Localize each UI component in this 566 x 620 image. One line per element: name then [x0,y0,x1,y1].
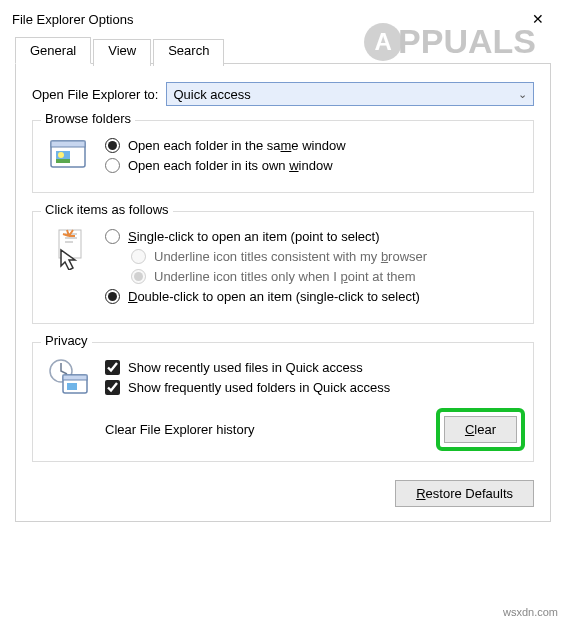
tab-general-label: General [30,43,76,58]
radio-double-click-input[interactable] [105,289,120,304]
tab-search-label: Search [168,43,209,58]
close-icon: ✕ [532,11,544,27]
group-browse-legend: Browse folders [41,111,135,126]
radio-single-click-label: Single-click to open an item (point to s… [128,229,379,244]
radio-double-click-label: Double-click to open an item (single-cli… [128,289,420,304]
clear-button-highlight: Clear [440,412,521,447]
group-click-items: Click items as follows Single-click to o… [32,211,534,324]
open-explorer-value: Quick access [173,87,250,102]
chevron-down-icon: ⌄ [518,88,527,101]
radio-same-window-input[interactable] [105,138,120,153]
click-items-icon [45,224,93,309]
svg-rect-9 [67,383,77,390]
check-recent-files[interactable]: Show recently used files in Quick access [105,360,521,375]
radio-underline-point: Underline icon titles only when I point … [131,269,521,284]
svg-rect-8 [63,375,87,380]
clear-history-label: Clear File Explorer history [105,422,255,437]
radio-own-window[interactable]: Open each folder in its own window [105,158,521,173]
open-explorer-row: Open File Explorer to: Quick access ⌄ [32,82,534,106]
group-browse-folders: Browse folders Open each folder in the s… [32,120,534,193]
tabstrip: General View Search [15,36,551,64]
radio-double-click[interactable]: Double-click to open an item (single-cli… [105,289,521,304]
radio-own-window-input[interactable] [105,158,120,173]
radio-own-window-label: Open each folder in its own window [128,158,333,173]
check-frequent-folders-label: Show frequently used folders in Quick ac… [128,380,390,395]
tab-search[interactable]: Search [153,39,224,66]
browse-folders-icon [45,133,93,178]
open-explorer-label: Open File Explorer to: [32,87,158,102]
radio-underline-point-input [131,269,146,284]
check-recent-files-label: Show recently used files in Quick access [128,360,363,375]
svg-rect-4 [56,159,70,163]
tab-view[interactable]: View [93,39,151,66]
restore-defaults-button[interactable]: Restore Defaults [395,480,534,507]
dialog-body: General View Search Open File Explorer t… [0,32,566,530]
radio-single-click[interactable]: Single-click to open an item (point to s… [105,229,521,244]
window-title: File Explorer Options [12,12,133,27]
radio-same-window-label: Open each folder in the same window [128,138,346,153]
group-privacy-legend: Privacy [41,333,92,348]
clear-history-row: Clear File Explorer history Clear [45,412,521,447]
svg-rect-1 [51,141,85,147]
titlebar: File Explorer Options ✕ [0,0,566,32]
radio-underline-browser-input [131,249,146,264]
attribution: wsxdn.com [503,606,558,618]
tab-general[interactable]: General [15,37,91,64]
clear-button[interactable]: Clear [444,416,517,443]
footer-row: Restore Defaults [32,480,534,507]
group-click-legend: Click items as follows [41,202,173,217]
radio-same-window[interactable]: Open each folder in the same window [105,138,521,153]
svg-point-3 [58,152,64,158]
tab-panel-general: Open File Explorer to: Quick access ⌄ Br… [15,64,551,522]
radio-single-click-input[interactable] [105,229,120,244]
radio-underline-browser: Underline icon titles consistent with my… [131,249,521,264]
check-frequent-folders[interactable]: Show frequently used folders in Quick ac… [105,380,521,395]
radio-underline-point-label: Underline icon titles only when I point … [154,269,416,284]
close-button[interactable]: ✕ [522,7,554,31]
open-explorer-combo[interactable]: Quick access ⌄ [166,82,534,106]
radio-underline-browser-label: Underline icon titles consistent with my… [154,249,427,264]
check-frequent-folders-input[interactable] [105,380,120,395]
tab-view-label: View [108,43,136,58]
group-privacy: Privacy Show recently used files in Quic… [32,342,534,462]
check-recent-files-input[interactable] [105,360,120,375]
privacy-icon [45,355,93,400]
